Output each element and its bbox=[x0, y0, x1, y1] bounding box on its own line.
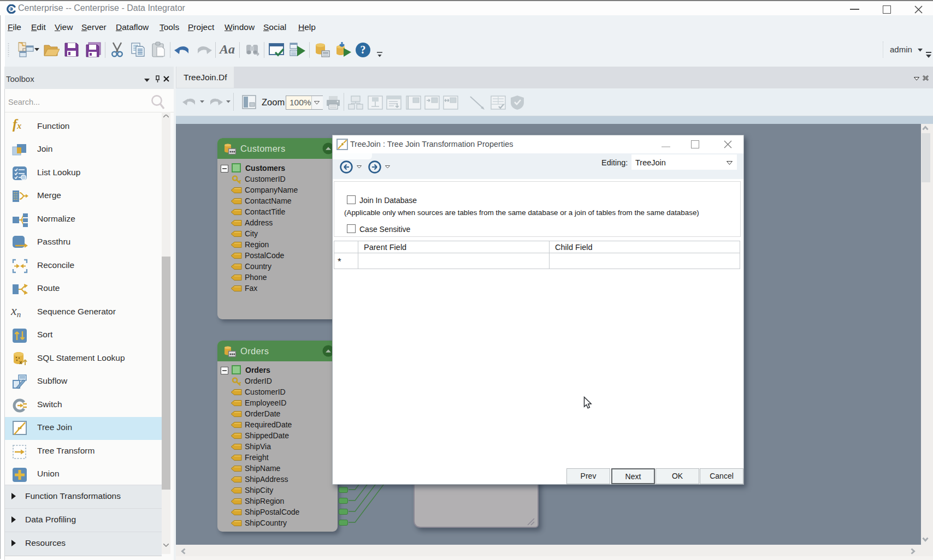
svg-text:?: ? bbox=[361, 44, 366, 56]
